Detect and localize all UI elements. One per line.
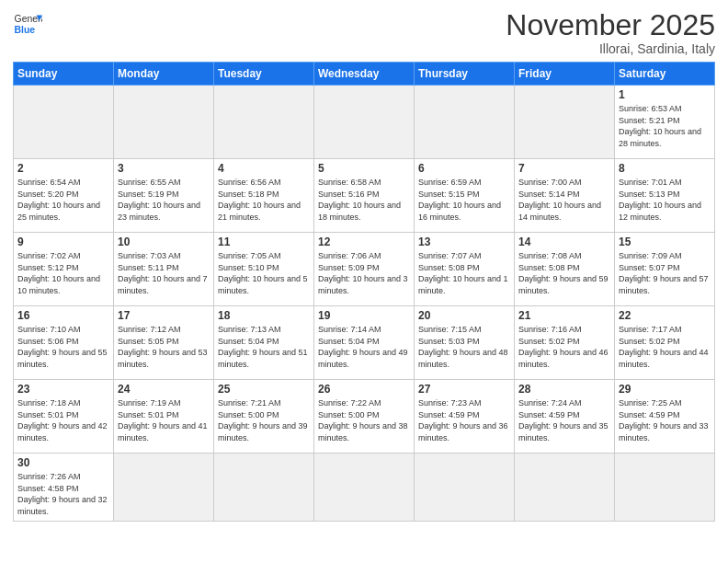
day-number: 27 [418, 383, 510, 396]
day-info: Sunrise: 7:12 AM Sunset: 5:05 PM Dayligh… [118, 324, 210, 370]
day-info: Sunrise: 7:19 AM Sunset: 5:01 PM Dayligh… [118, 397, 210, 443]
day-info: Sunrise: 7:23 AM Sunset: 4:59 PM Dayligh… [418, 397, 510, 443]
day-info: Sunrise: 7:00 AM Sunset: 5:14 PM Dayligh… [518, 177, 610, 223]
day-info: Sunrise: 7:15 AM Sunset: 5:03 PM Dayligh… [418, 324, 510, 370]
day-info: Sunrise: 7:14 AM Sunset: 5:04 PM Dayligh… [318, 324, 410, 370]
table-row: 25Sunrise: 7:21 AM Sunset: 5:00 PM Dayli… [214, 380, 314, 454]
svg-text:Blue: Blue [15, 25, 36, 35]
day-number: 20 [418, 309, 510, 322]
table-row: 12Sunrise: 7:06 AM Sunset: 5:09 PM Dayli… [314, 233, 415, 306]
day-number: 22 [619, 309, 711, 322]
day-info: Sunrise: 6:56 AM Sunset: 5:18 PM Dayligh… [218, 177, 310, 223]
table-row: 20Sunrise: 7:15 AM Sunset: 5:03 PM Dayli… [415, 306, 515, 380]
header-sunday: Sunday [14, 63, 114, 86]
table-row: 16Sunrise: 7:10 AM Sunset: 5:06 PM Dayli… [14, 306, 114, 380]
day-info: Sunrise: 7:03 AM Sunset: 5:11 PM Dayligh… [118, 250, 210, 296]
day-info: Sunrise: 7:21 AM Sunset: 5:00 PM Dayligh… [218, 397, 310, 443]
day-info: Sunrise: 6:53 AM Sunset: 5:21 PM Dayligh… [619, 103, 711, 149]
day-info: Sunrise: 7:13 AM Sunset: 5:04 PM Dayligh… [218, 324, 310, 370]
day-info: Sunrise: 7:06 AM Sunset: 5:09 PM Dayligh… [318, 250, 410, 296]
table-row [214, 86, 314, 159]
table-row [114, 454, 214, 521]
calendar-title: November 2025 [506, 9, 715, 41]
table-row [515, 454, 615, 521]
table-row: 26Sunrise: 7:22 AM Sunset: 5:00 PM Dayli… [314, 380, 415, 454]
header-monday: Monday [114, 63, 214, 86]
day-number: 19 [318, 309, 410, 322]
table-row: 30Sunrise: 7:26 AM Sunset: 4:58 PM Dayli… [14, 454, 114, 521]
day-number: 5 [318, 162, 410, 175]
table-row: 3Sunrise: 6:55 AM Sunset: 5:19 PM Daylig… [114, 159, 214, 233]
day-info: Sunrise: 7:09 AM Sunset: 5:07 PM Dayligh… [619, 250, 711, 296]
day-number: 7 [518, 162, 610, 175]
day-info: Sunrise: 7:02 AM Sunset: 5:12 PM Dayligh… [17, 250, 109, 296]
table-row: 28Sunrise: 7:24 AM Sunset: 4:59 PM Dayli… [515, 380, 615, 454]
day-info: Sunrise: 7:01 AM Sunset: 5:13 PM Dayligh… [619, 177, 711, 223]
table-row: 14Sunrise: 7:08 AM Sunset: 5:08 PM Dayli… [515, 233, 615, 306]
day-number: 14 [518, 236, 610, 248]
table-row: 13Sunrise: 7:07 AM Sunset: 5:08 PM Dayli… [415, 233, 515, 306]
table-row: 24Sunrise: 7:19 AM Sunset: 5:01 PM Dayli… [114, 380, 214, 454]
day-info: Sunrise: 7:18 AM Sunset: 5:01 PM Dayligh… [17, 397, 109, 443]
day-number: 24 [118, 383, 210, 396]
day-number: 11 [218, 236, 310, 248]
table-row: 23Sunrise: 7:18 AM Sunset: 5:01 PM Dayli… [14, 380, 114, 454]
header-tuesday: Tuesday [214, 63, 314, 86]
day-number: 12 [318, 236, 410, 248]
table-row: 29Sunrise: 7:25 AM Sunset: 4:59 PM Dayli… [615, 380, 715, 454]
day-number: 29 [619, 383, 711, 396]
table-row [415, 86, 515, 159]
day-number: 8 [619, 162, 711, 175]
day-number: 3 [118, 162, 210, 175]
header-wednesday: Wednesday [314, 63, 415, 86]
day-info: Sunrise: 7:05 AM Sunset: 5:10 PM Dayligh… [218, 250, 310, 296]
header-thursday: Thursday [415, 63, 515, 86]
day-number: 18 [218, 309, 310, 322]
day-number: 4 [218, 162, 310, 175]
table-row: 2Sunrise: 6:54 AM Sunset: 5:20 PM Daylig… [14, 159, 114, 233]
day-info: Sunrise: 7:16 AM Sunset: 5:02 PM Dayligh… [518, 324, 610, 370]
day-info: Sunrise: 6:59 AM Sunset: 5:15 PM Dayligh… [418, 177, 510, 223]
table-row: 15Sunrise: 7:09 AM Sunset: 5:07 PM Dayli… [615, 233, 715, 306]
table-row [515, 86, 615, 159]
day-info: Sunrise: 7:10 AM Sunset: 5:06 PM Dayligh… [17, 324, 109, 370]
header-saturday: Saturday [615, 63, 715, 86]
table-row: 19Sunrise: 7:14 AM Sunset: 5:04 PM Dayli… [314, 306, 415, 380]
table-row: 5Sunrise: 6:58 AM Sunset: 5:16 PM Daylig… [314, 159, 415, 233]
day-info: Sunrise: 7:08 AM Sunset: 5:08 PM Dayligh… [518, 250, 610, 296]
table-row: 6Sunrise: 6:59 AM Sunset: 5:15 PM Daylig… [415, 159, 515, 233]
table-row [14, 86, 114, 159]
day-number: 30 [17, 456, 109, 469]
logo: General Blue [13, 9, 42, 39]
day-number: 10 [118, 236, 210, 248]
day-number: 2 [17, 162, 109, 175]
day-number: 26 [318, 383, 410, 396]
day-number: 1 [619, 88, 711, 101]
table-row: 7Sunrise: 7:00 AM Sunset: 5:14 PM Daylig… [515, 159, 615, 233]
day-number: 17 [118, 309, 210, 322]
table-row: 27Sunrise: 7:23 AM Sunset: 4:59 PM Dayli… [415, 380, 515, 454]
day-info: Sunrise: 7:07 AM Sunset: 5:08 PM Dayligh… [418, 250, 510, 296]
header-friday: Friday [515, 63, 615, 86]
day-number: 21 [518, 309, 610, 322]
table-row: 9Sunrise: 7:02 AM Sunset: 5:12 PM Daylig… [14, 233, 114, 306]
day-number: 13 [418, 236, 510, 248]
day-number: 9 [17, 236, 109, 248]
table-row: 18Sunrise: 7:13 AM Sunset: 5:04 PM Dayli… [214, 306, 314, 380]
day-info: Sunrise: 7:22 AM Sunset: 5:00 PM Dayligh… [318, 397, 410, 443]
day-info: Sunrise: 6:54 AM Sunset: 5:20 PM Dayligh… [17, 177, 109, 223]
table-row: 17Sunrise: 7:12 AM Sunset: 5:05 PM Dayli… [114, 306, 214, 380]
table-row [114, 86, 214, 159]
day-number: 28 [518, 383, 610, 396]
table-row: 8Sunrise: 7:01 AM Sunset: 5:13 PM Daylig… [615, 159, 715, 233]
table-row: 21Sunrise: 7:16 AM Sunset: 5:02 PM Dayli… [515, 306, 615, 380]
table-row: 1Sunrise: 6:53 AM Sunset: 5:21 PM Daylig… [615, 86, 715, 159]
table-row: 10Sunrise: 7:03 AM Sunset: 5:11 PM Dayli… [114, 233, 214, 306]
day-info: Sunrise: 7:25 AM Sunset: 4:59 PM Dayligh… [619, 397, 711, 443]
day-info: Sunrise: 7:26 AM Sunset: 4:58 PM Dayligh… [17, 471, 109, 517]
day-info: Sunrise: 7:17 AM Sunset: 5:02 PM Dayligh… [619, 324, 711, 370]
table-row [615, 454, 715, 521]
day-number: 23 [17, 383, 109, 396]
day-info: Sunrise: 6:55 AM Sunset: 5:19 PM Dayligh… [118, 177, 210, 223]
day-number: 6 [418, 162, 510, 175]
